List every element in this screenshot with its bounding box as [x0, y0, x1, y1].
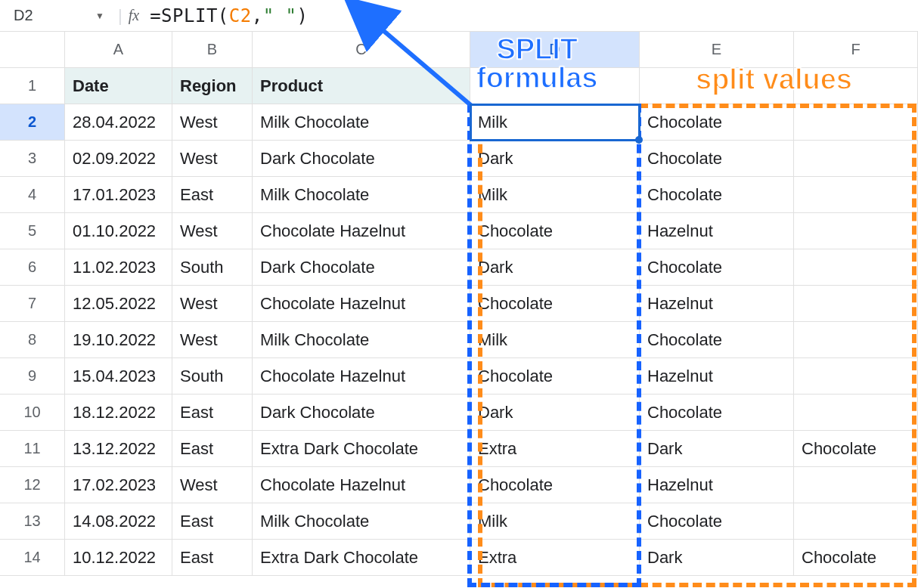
cell-F9[interactable]: [794, 358, 918, 395]
cell-B3[interactable]: West: [172, 141, 253, 177]
row-header-11[interactable]: 11: [0, 431, 65, 467]
cell-D6[interactable]: Dark: [470, 249, 640, 286]
cell-C1[interactable]: Product: [253, 68, 470, 104]
cell-F12[interactable]: [794, 467, 918, 503]
cell-B10[interactable]: East: [172, 395, 253, 431]
cell-C13[interactable]: Milk Chocolate: [253, 503, 470, 540]
cell-D4[interactable]: Milk: [470, 177, 640, 213]
cell-E5[interactable]: Hazelnut: [640, 213, 794, 249]
row-header-5[interactable]: 5: [0, 213, 65, 249]
row-header-7[interactable]: 7: [0, 286, 65, 322]
cell-D2[interactable]: Milk: [470, 104, 640, 141]
cell-B2[interactable]: West: [172, 104, 253, 141]
cell-F11[interactable]: Chocolate: [794, 431, 918, 467]
cell-C14[interactable]: Extra Dark Chocolate: [253, 540, 470, 576]
cell-E2[interactable]: Chocolate: [640, 104, 794, 141]
cell-F6[interactable]: [794, 249, 918, 286]
cell-D11[interactable]: Extra: [470, 431, 640, 467]
cell-D13[interactable]: Milk: [470, 503, 640, 540]
cell-F2[interactable]: [794, 104, 918, 141]
dropdown-icon[interactable]: ▼: [95, 11, 104, 21]
cell-F13[interactable]: [794, 503, 918, 540]
cell-E7[interactable]: Hazelnut: [640, 286, 794, 322]
cell-C10[interactable]: Dark Chocolate: [253, 395, 470, 431]
row-header-6[interactable]: 6: [0, 249, 65, 286]
cell-A6[interactable]: 11.02.2023: [65, 249, 172, 286]
cell-C9[interactable]: Chocolate Hazelnut: [253, 358, 470, 395]
cell-A8[interactable]: 19.10.2022: [65, 322, 172, 358]
cell-A1[interactable]: Date: [65, 68, 172, 104]
cell-F14[interactable]: Chocolate: [794, 540, 918, 576]
cell-E3[interactable]: Chocolate: [640, 141, 794, 177]
cell-F7[interactable]: [794, 286, 918, 322]
column-header-E[interactable]: E: [640, 32, 794, 68]
cell-E10[interactable]: Chocolate: [640, 395, 794, 431]
cell-E11[interactable]: Dark: [640, 431, 794, 467]
cell-C12[interactable]: Chocolate Hazelnut: [253, 467, 470, 503]
cell-A11[interactable]: 13.12.2022: [65, 431, 172, 467]
cell-A10[interactable]: 18.12.2022: [65, 395, 172, 431]
spreadsheet-grid[interactable]: ABCDEF1DateRegionProduct228.04.2022WestM…: [0, 32, 918, 576]
cell-A13[interactable]: 14.08.2022: [65, 503, 172, 540]
row-header-8[interactable]: 8: [0, 322, 65, 358]
cell-D9[interactable]: Chocolate: [470, 358, 640, 395]
row-header-10[interactable]: 10: [0, 395, 65, 431]
cell-F10[interactable]: [794, 395, 918, 431]
cell-C11[interactable]: Extra Dark Chocolate: [253, 431, 470, 467]
row-header-13[interactable]: 13: [0, 503, 65, 540]
cell-F3[interactable]: [794, 141, 918, 177]
cell-A4[interactable]: 17.01.2023: [65, 177, 172, 213]
cell-B1[interactable]: Region: [172, 68, 253, 104]
cell-A9[interactable]: 15.04.2023: [65, 358, 172, 395]
column-header-C[interactable]: C: [253, 32, 470, 68]
cell-D8[interactable]: Milk: [470, 322, 640, 358]
cell-B7[interactable]: West: [172, 286, 253, 322]
cell-C5[interactable]: Chocolate Hazelnut: [253, 213, 470, 249]
cell-D14[interactable]: Extra: [470, 540, 640, 576]
cell-C2[interactable]: Milk Chocolate: [253, 104, 470, 141]
cell-D7[interactable]: Chocolate: [470, 286, 640, 322]
cell-B14[interactable]: East: [172, 540, 253, 576]
cell-A14[interactable]: 10.12.2022: [65, 540, 172, 576]
cell-D3[interactable]: Dark: [470, 141, 640, 177]
cell-D1[interactable]: [470, 68, 640, 104]
row-header-3[interactable]: 3: [0, 141, 65, 177]
row-header-9[interactable]: 9: [0, 358, 65, 395]
cell-B11[interactable]: East: [172, 431, 253, 467]
cell-B8[interactable]: West: [172, 322, 253, 358]
row-header-14[interactable]: 14: [0, 540, 65, 576]
cell-E14[interactable]: Dark: [640, 540, 794, 576]
cell-A5[interactable]: 01.10.2022: [65, 213, 172, 249]
cell-B5[interactable]: West: [172, 213, 253, 249]
cell-B9[interactable]: South: [172, 358, 253, 395]
row-header-4[interactable]: 4: [0, 177, 65, 213]
cell-D12[interactable]: Chocolate: [470, 467, 640, 503]
column-header-B[interactable]: B: [172, 32, 253, 68]
row-header-1[interactable]: 1: [0, 68, 65, 104]
cell-E6[interactable]: Chocolate: [640, 249, 794, 286]
row-header-12[interactable]: 12: [0, 467, 65, 503]
cell-A3[interactable]: 02.09.2022: [65, 141, 172, 177]
cell-F5[interactable]: [794, 213, 918, 249]
column-header-F[interactable]: F: [794, 32, 918, 68]
cell-C3[interactable]: Dark Chocolate: [253, 141, 470, 177]
cell-E1[interactable]: [640, 68, 794, 104]
cell-F4[interactable]: [794, 177, 918, 213]
cell-F1[interactable]: [794, 68, 918, 104]
row-header-2[interactable]: 2: [0, 104, 65, 141]
cell-D5[interactable]: Chocolate: [470, 213, 640, 249]
fill-handle[interactable]: [635, 136, 643, 144]
cell-B6[interactable]: South: [172, 249, 253, 286]
cell-C7[interactable]: Chocolate Hazelnut: [253, 286, 470, 322]
cell-E13[interactable]: Chocolate: [640, 503, 794, 540]
cell-B4[interactable]: East: [172, 177, 253, 213]
cell-A2[interactable]: 28.04.2022: [65, 104, 172, 141]
formula-input[interactable]: =SPLIT(C2," "): [150, 5, 308, 26]
cell-B12[interactable]: West: [172, 467, 253, 503]
column-header-A[interactable]: A: [65, 32, 172, 68]
cell-E12[interactable]: Hazelnut: [640, 467, 794, 503]
cell-E8[interactable]: Chocolate: [640, 322, 794, 358]
cell-E9[interactable]: Hazelnut: [640, 358, 794, 395]
cell-C4[interactable]: Milk Chocolate: [253, 177, 470, 213]
cell-E4[interactable]: Chocolate: [640, 177, 794, 213]
